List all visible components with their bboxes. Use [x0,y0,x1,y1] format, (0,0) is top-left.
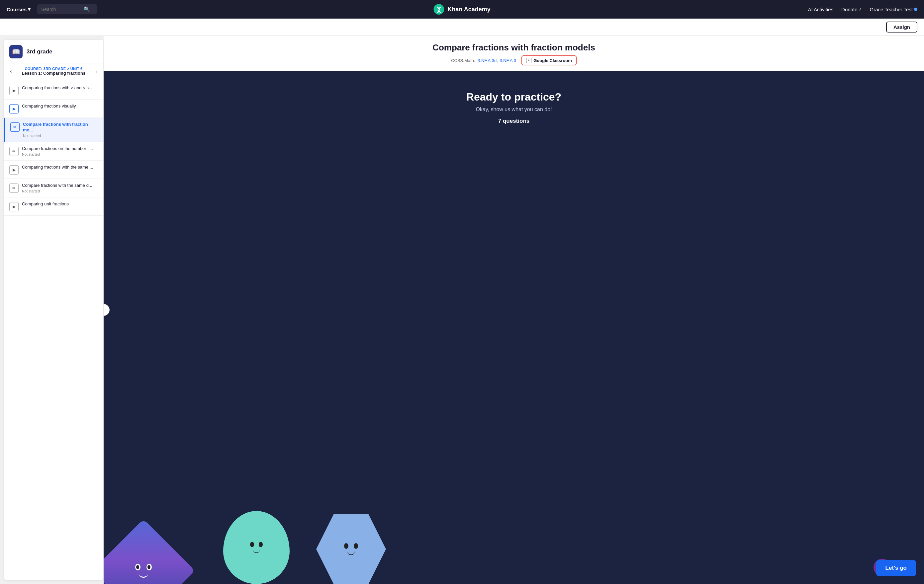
item-content: Comparing fractions with the same ... [22,165,98,170]
item-title: Compare fractions with the same d... [22,183,98,189]
diamond-shape [104,519,195,584]
practice-count: 7 questions [498,118,530,125]
brand-name: Khan Academy [447,6,490,13]
hex-character [316,514,386,584]
green-smile [253,550,260,553]
diamond-character [104,534,180,584]
video-icon: ▶ [9,86,18,95]
item-title: Comparing fractions with the same ... [22,165,98,170]
lesson-nav: ‹ COURSE: 3RD GRADE > UNIT 6 Lesson 1: C… [4,63,103,79]
search-input[interactable] [41,7,81,12]
ccss-info: CCSS.Math: 3.NF.A.3d, 3.NF.A.3 [451,58,516,63]
practice-title: Ready to practice? [466,91,561,103]
green-face [250,511,263,584]
ccss-link-2[interactable]: 3.NF.A.3 [500,58,516,63]
diamond-eyes [135,564,152,571]
ai-activities-link[interactable]: AI Activities [808,7,833,12]
diamond-face [135,564,152,578]
right-eye [147,564,152,571]
hex-face [344,514,358,584]
smile [139,573,148,578]
lesson-item[interactable]: ▶ Comparing fractions visually [4,100,103,118]
search-icon: 🔍 [84,6,90,12]
username-label: Grace Teacher Test [870,7,913,12]
item-title: Comparing fractions visually [22,104,98,109]
navbar-right: AI Activities Donate ↗ Grace Teacher Tes… [808,7,917,12]
lesson-item[interactable]: ✏ Compare fractions with the same d... N… [4,179,103,197]
grade-header: 📖 3rd grade [4,40,103,63]
video-icon: ▶ [9,202,18,211]
lesson-item[interactable]: ▶ Comparing fractions with > and < s... [4,81,103,100]
navbar-center: Khan Academy [434,4,490,15]
practice-area: Ready to practice? Okay, show us what yo… [104,71,924,584]
item-content: Comparing fractions visually [22,104,98,109]
sidebar: 📖 3rd grade ‹ COURSE: 3RD GRADE > UNIT 6… [4,40,104,580]
item-title: Comparing fractions with > and < s... [22,85,98,91]
lesson-item[interactable]: ✏ Compare fractions on the number li... … [4,142,103,161]
user-menu[interactable]: Grace Teacher Test [870,7,917,12]
hex-eyes [344,543,358,549]
left-pupil [136,565,139,569]
lesson-list: ▶ Comparing fractions with > and < s... … [4,79,103,218]
item-content: Compare fractions with the same d... Not… [22,183,98,193]
lesson-item[interactable]: ▶ Comparing fractions with the same ... [4,161,103,179]
item-content: Compare fractions with fraction mo... No… [23,122,98,138]
navbar: Courses ▾ 🔍 Khan Academy AI Activities D… [0,0,924,18]
item-title: Compare fractions with fraction mo... [23,122,98,133]
prev-lesson-button[interactable]: ‹ [9,68,13,75]
ccss-link-1[interactable]: 3.NF.A.3d [478,58,497,63]
search-bar[interactable]: 🔍 [37,4,97,14]
hex-smile [347,551,355,555]
exercise-icon: ✏ [9,184,18,193]
google-classroom-button[interactable]: + Google Classroom [521,56,577,65]
notification-dot [914,8,917,11]
item-status: Not started [23,134,98,138]
item-content: Compare fractions on the number li... No… [22,146,98,156]
lesson-breadcrumb: COURSE: 3RD GRADE > UNIT 6 [22,67,85,71]
hex-left-eye [344,543,348,549]
courses-button[interactable]: Courses ▾ [7,6,31,12]
practice-subtitle: Okay, show us what you can do! [475,107,552,112]
item-content: Comparing fractions with > and < s... [22,85,98,91]
hex-right-eye [354,543,358,549]
donate-link[interactable]: Donate ↗ [841,7,861,12]
item-title: Comparing unit fractions [22,201,98,207]
google-classroom-icon: + [526,58,531,63]
lesson-item[interactable]: ▶ Comparing unit fractions [4,197,103,216]
next-lesson-button[interactable]: › [94,68,99,75]
chevron-down-icon: ▾ [28,6,31,12]
video-icon: ▶ [9,165,18,174]
content-area: ‹ Compare fractions with fraction models… [104,36,924,584]
content-header: Compare fractions with fraction models C… [104,36,924,71]
green-eyes [250,542,263,547]
lets-go-button[interactable]: Let's go [876,560,916,576]
navbar-left: Courses ▾ 🔍 [7,4,97,14]
green-blob-character [223,511,290,584]
assign-button[interactable]: Assign [886,21,917,33]
item-status: Not started [22,152,98,156]
content-meta: CCSS.Math: 3.NF.A.3d, 3.NF.A.3 + Google … [117,56,911,65]
video-icon: ▶ [9,104,18,114]
grade-title: 3rd grade [26,48,52,55]
item-status: Not started [22,189,98,193]
courses-label: Courses [7,7,26,12]
lesson-item-active[interactable]: ✏ Compare fractions with fraction mo... … [4,118,103,142]
green-right-eye [259,542,263,547]
ka-logo-icon [434,4,444,15]
exercise-icon: ✏ [10,122,20,132]
lesson-title: Lesson 1: Comparing fractions [22,71,85,76]
main-layout: 📖 3rd grade ‹ COURSE: 3RD GRADE > UNIT 6… [0,36,924,584]
exercise-icon: ✏ [9,146,18,156]
lesson-nav-center: COURSE: 3RD GRADE > UNIT 6 Lesson 1: Com… [22,67,85,76]
grade-icon: 📖 [9,45,23,58]
right-pupil [147,565,150,569]
content-title: Compare fractions with fraction models [117,43,911,53]
green-left-eye [250,542,254,547]
item-content: Comparing unit fractions [22,201,98,207]
characters-area [104,498,924,584]
item-title: Compare fractions on the number li... [22,146,98,151]
left-eye [135,564,140,571]
external-link-icon: ↗ [858,7,861,12]
assign-bar: Assign [0,18,924,36]
